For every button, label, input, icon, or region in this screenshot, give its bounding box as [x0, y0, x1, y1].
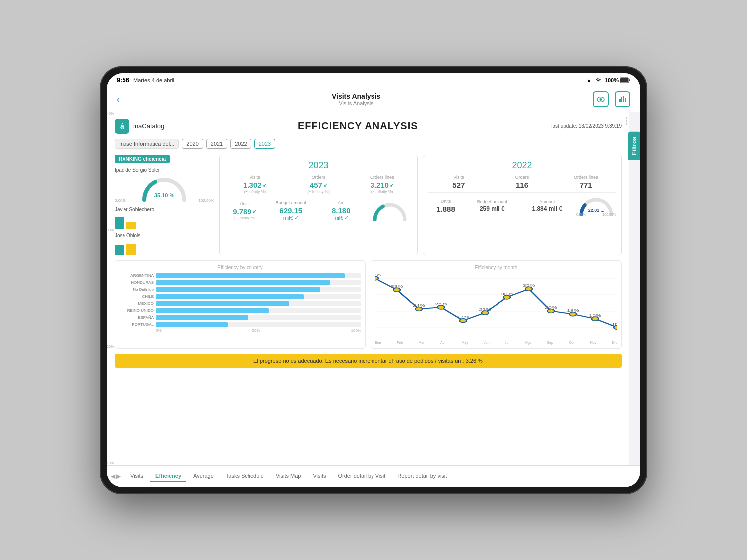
- svg-text:18%: 18%: [567, 308, 579, 312]
- year-2023-button[interactable]: 2023: [254, 139, 275, 149]
- svg-text:8%: 8%: [613, 322, 617, 326]
- bar-fill: [156, 280, 330, 285]
- person3-name: Jose Obiols: [115, 233, 214, 238]
- bar-fill: [156, 322, 228, 327]
- brand-logo: á inaCátalog: [115, 119, 164, 134]
- svg-point-27: [614, 325, 617, 329]
- svg-rect-1: [629, 79, 630, 81]
- bar-chart-row: No Definido: [119, 287, 361, 292]
- year-2023-title: 2023: [225, 160, 412, 171]
- back-button[interactable]: ‹: [117, 94, 120, 105]
- svg-rect-11: [626, 123, 627, 125]
- bar-label: ESPAÑA: [119, 315, 154, 320]
- bar-chart: ARGENTINA HONDURAS No Definido CHILE: [119, 273, 361, 327]
- dashboard-title: EFFICIENCY ANALYSIS: [298, 120, 418, 132]
- 2023-visits: Visits 1.302 ↙ (+ Infinity %): [225, 175, 285, 194]
- bar-fill: [156, 273, 345, 278]
- svg-text:40%: 40%: [375, 273, 381, 277]
- svg-point-18: [415, 307, 422, 311]
- filtros-tab[interactable]: Filtros: [628, 132, 640, 160]
- ranking-sidebar: RANKING eficiencia Ipad de Sergio Soler …: [115, 155, 214, 255]
- 2023-stats-row1: Visits 1.302 ↙ (+ Infinity %) Orders: [225, 175, 412, 194]
- bar-label: REINO UNIDO: [119, 308, 154, 313]
- header-title-sub: Visits Analysis: [332, 100, 380, 106]
- svg-rect-6: [621, 97, 622, 102]
- ipad-screen: 9:56 Martes 4 de abril ▲ 100% ‹ Visits A…: [107, 73, 640, 487]
- dashboard: á inaCátalog EFFICIENCY ANALYSIS last up…: [107, 112, 629, 465]
- 2022-stats-row1: Visits 527 Orders 116 Orders lines 771: [428, 175, 616, 189]
- 2023-orderlines: Orders lines 3.210 ↙ (+ Infinity %): [352, 175, 412, 194]
- gauge-2022: 22.01 ... 0,00% 100,00%: [576, 196, 616, 216]
- tab-efficiency[interactable]: Efficiency: [150, 470, 186, 482]
- tab-visits-map[interactable]: Visits Map: [271, 470, 306, 482]
- svg-text:17%: 17%: [457, 315, 470, 319]
- bar-chart-title: Efficiency by country: [119, 265, 361, 270]
- line-chart-title: Efficiency by month: [375, 265, 617, 270]
- year-2021-button[interactable]: 2021: [206, 139, 227, 149]
- tab-average[interactable]: Average: [188, 470, 219, 482]
- collapse-tab[interactable]: [623, 117, 631, 127]
- content-area: Filtros á inaCátalog EFFICIENCY ANALYSIS: [107, 112, 640, 465]
- tab-report-detail[interactable]: Report detail by visit: [392, 470, 452, 482]
- svg-text:20%: 20%: [545, 305, 557, 309]
- svg-point-25: [569, 312, 576, 316]
- bar-fill: [156, 287, 320, 292]
- 2023-orders: Orders 457 ↙ (+ Infinity %): [288, 175, 349, 194]
- bar-chart-row: HONDURAS: [119, 280, 361, 285]
- battery-icon: 100%: [605, 77, 630, 83]
- bar-fill: [156, 301, 289, 306]
- tab-visits-2[interactable]: Visits: [308, 470, 331, 482]
- svg-point-4: [600, 98, 602, 101]
- tab-next-arrow[interactable]: ▶: [116, 473, 121, 480]
- tab-order-detail[interactable]: Order detail by Visit: [333, 470, 391, 482]
- header-icons: [593, 91, 630, 107]
- year-2020-button[interactable]: 2020: [182, 139, 203, 149]
- svg-point-24: [547, 309, 554, 313]
- svg-text:30%: 30%: [501, 292, 513, 296]
- bar-fill: [156, 294, 304, 299]
- bar2-yellow: [126, 222, 136, 229]
- last-update: last update: 13/02/2023 9:39:19: [551, 123, 622, 129]
- bar3-teal: [115, 245, 124, 255]
- status-time: 9:56: [117, 76, 129, 84]
- bar-track: [156, 294, 361, 299]
- 2022-visits: Visits 527: [428, 175, 489, 189]
- gauge-1: 35.10 % 0.00% 100.00%: [115, 175, 214, 203]
- svg-rect-5: [619, 99, 621, 102]
- filter-company-button[interactable]: Inase Informatica del...: [115, 139, 179, 149]
- bar-chart-axis: 0%50%100%: [156, 328, 361, 333]
- svg-text:35%: 35%: [523, 283, 535, 287]
- warning-banner: El progreso no es adecuado. Es necesario…: [115, 354, 622, 368]
- bar-label: MÉXICO: [119, 301, 154, 306]
- ranking-person-3: Jose Obiols: [115, 233, 214, 255]
- charts-grid: Efficiency by country ARGENTINA HONDURAS…: [115, 260, 622, 349]
- header-title: Visits Analysis Visits Analysis: [332, 92, 380, 106]
- 2022-stats-row2: Units 1.888 Budget amount 259 mil € Amou…: [428, 196, 616, 216]
- stats-grid: RANKING eficiencia Ipad de Sergio Soler …: [115, 155, 622, 255]
- svg-point-23: [525, 287, 532, 291]
- bar-label: PORTUGAL: [119, 322, 154, 327]
- chart-button[interactable]: [615, 91, 630, 107]
- brand-icon: á: [115, 119, 129, 134]
- header-title-main: Visits Analysis: [332, 92, 380, 100]
- brand-row: á inaCátalog EFFICIENCY ANALYSIS last up…: [115, 119, 622, 134]
- svg-text:24%: 24%: [413, 303, 425, 307]
- tab-visits-1[interactable]: Visits: [125, 470, 148, 482]
- year-2022-button[interactable]: 2022: [230, 139, 251, 149]
- wifi-icon: [595, 77, 602, 83]
- ranking-title: RANKING eficiencia: [115, 155, 170, 163]
- tab-prev-arrow[interactable]: ◀: [111, 473, 115, 480]
- line-chart-ylabels: 40%30%20%10%: [107, 112, 114, 465]
- person1-name: Ipad de Sergio Soler: [115, 167, 214, 173]
- 2022-orderlines: Orders lines 771: [555, 175, 616, 189]
- brand-name: inaCátalog: [133, 122, 164, 130]
- bar-fill: [156, 315, 248, 320]
- bar-label: CHILE: [119, 294, 154, 299]
- ranking-person-1: Ipad de Sergio Soler 35.10 % 0.00% 100.0…: [115, 167, 214, 203]
- bar-track: [156, 287, 361, 292]
- tab-tasks-schedule[interactable]: Tasks Schedule: [221, 470, 269, 482]
- line-chart-xaxis: EneFebMarAbrMayJunJulAgoSepOctNovDic: [375, 341, 617, 344]
- bar2-teal: [115, 217, 124, 229]
- bar-label: ARGENTINA: [119, 273, 154, 278]
- eye-button[interactable]: [593, 91, 609, 107]
